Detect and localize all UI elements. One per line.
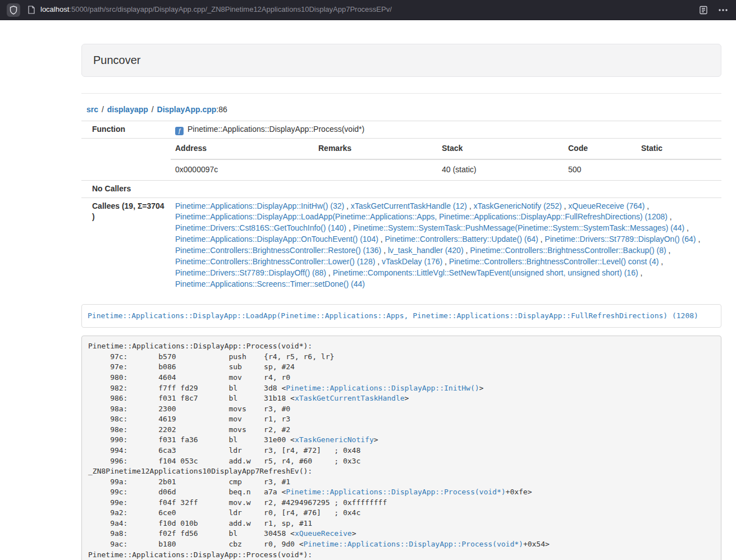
callee-separator: , [344, 201, 351, 210]
app-header-panel: Puncover [81, 44, 721, 77]
callee-link[interactable]: Pinetime::Components::LittleVgl::SetNewT… [333, 268, 638, 277]
callee-separator: , [464, 246, 470, 255]
breadcrumb-item-file[interactable]: DisplayApp.cpp [157, 105, 217, 114]
callee-link[interactable]: xTaskGetCurrentTaskHandle (12) [351, 201, 467, 210]
remarks-value [314, 159, 437, 180]
breadcrumb: src / displayapp / DisplayApp.cpp:86 [81, 104, 721, 116]
callee-link[interactable]: Pinetime::Drivers::St7789::DisplayOff() … [175, 268, 326, 277]
callee-link[interactable]: Pinetime::Controllers::BrightnessControl… [175, 257, 375, 266]
code-value: 500 [564, 159, 637, 180]
highlighted-callee-link[interactable]: Pinetime::Applications::DisplayApp::Load… [88, 311, 698, 320]
function-name: Pinetime::Applications::DisplayApp::Proc… [188, 125, 364, 134]
overflow-menu-icon[interactable] [718, 6, 728, 15]
browser-toolbar: localhost:5000/path/src/displayapp/Displ… [0, 0, 736, 20]
callee-separator: , [378, 235, 385, 244]
callees-label: Callees (19, Σ=3704 ) [81, 198, 171, 293]
callee-link[interactable]: Pinetime::System::SystemTask::PushMessag… [353, 223, 685, 232]
static-value [637, 159, 721, 180]
callee-separator: , [375, 257, 382, 266]
callers-list [171, 180, 721, 198]
stats-values-row: 0x0000097c 40 (static) 500 [171, 159, 721, 180]
callee-link[interactable]: Pinetime::Applications::Screens::Timer::… [175, 279, 365, 288]
code-symbol-link[interactable]: Pinetime::Applications::DisplayApp::Proc… [304, 540, 523, 548]
disassembly: Pinetime::Applications::DisplayApp::Proc… [81, 336, 721, 560]
stack-value: 40 (static) [437, 159, 564, 180]
column-code: Code [564, 139, 637, 159]
address-value: 0x0000097c [171, 159, 314, 180]
callee-link[interactable]: xQueueReceive (764) [568, 201, 644, 210]
reader-view-icon[interactable] [699, 6, 708, 15]
app-title: Puncover [93, 54, 141, 66]
callees-list: Pinetime::Applications::DisplayApp::Init… [171, 198, 721, 293]
column-address: Address [171, 139, 314, 159]
code-symbol-link[interactable]: xQueueReceive [295, 529, 352, 538]
url-path: :5000/path/src/displayapp/DisplayApp.cpp… [69, 5, 392, 13]
page-icon [28, 6, 35, 14]
line-number: :86 [216, 105, 227, 114]
stats-row-label [81, 138, 171, 180]
callee-separator: , [538, 235, 545, 244]
stats-row: Address Remarks Stack Code Static 0x0000… [81, 138, 721, 180]
column-stack: Stack [437, 139, 564, 159]
toolbar-actions [699, 6, 728, 15]
callee-link[interactable]: vTaskDelay (176) [382, 257, 442, 266]
column-static: Static [637, 139, 721, 159]
callee-link[interactable]: Pinetime::Applications::DisplayApp::Load… [175, 212, 668, 221]
callee-link[interactable]: Pinetime::Applications::DisplayApp::Init… [175, 201, 344, 210]
callee-separator: , [638, 268, 643, 277]
function-row: Function Pinetime::Applications::Display… [81, 121, 721, 138]
breadcrumb-item-src[interactable]: src [86, 105, 98, 114]
callee-link[interactable]: Pinetime::Controllers::BrightnessControl… [470, 246, 666, 255]
callee-separator: , [346, 223, 353, 232]
callee-link[interactable]: lv_task_handler (420) [388, 246, 464, 255]
column-remarks: Remarks [314, 139, 437, 159]
function-icon [175, 127, 184, 135]
url-host: localhost [40, 5, 69, 13]
callee-separator: , [666, 246, 671, 255]
callee-separator: , [442, 257, 449, 266]
callee-separator: , [696, 235, 701, 244]
callee-link[interactable]: Pinetime::Drivers::St7789::DisplayOn() (… [545, 235, 696, 244]
no-callers-label: No Callers [81, 180, 171, 198]
content: Puncover src / displayapp / DisplayApp.c… [81, 44, 721, 560]
code-symbol-link[interactable]: Pinetime::Applications::DisplayApp::Init… [286, 384, 479, 392]
callee-separator: , [684, 223, 689, 232]
callee-separator: , [562, 201, 569, 210]
code-symbol-link[interactable]: Pinetime::Applications::DisplayApp::Proc… [286, 488, 505, 496]
shield-glyph [10, 6, 17, 15]
url-bar[interactable]: localhost:5000/path/src/displayapp/Displ… [28, 4, 691, 15]
shield-icon[interactable] [7, 3, 20, 17]
callee-link[interactable]: xTaskGenericNotify (252) [473, 201, 561, 210]
code-symbol-link[interactable]: xTaskGetCurrentTaskHandle [295, 394, 405, 402]
page: localhost:5000/path/src/displayapp/Displ… [0, 0, 736, 560]
callee-separator: , [668, 212, 672, 221]
divider [81, 93, 721, 94]
callee-separator: , [659, 257, 663, 266]
callee-separator: , [381, 246, 388, 255]
callers-row: No Callers [81, 180, 721, 198]
callee-link[interactable]: Pinetime::Drivers::Cst816S::GetTouchInfo… [175, 223, 346, 232]
callee-separator: , [326, 268, 333, 277]
code-symbol-link[interactable]: xTaskGenericNotify [295, 435, 374, 444]
breadcrumb-separator: / [102, 105, 104, 114]
callee-separator: , [467, 201, 474, 210]
breadcrumb-item-displayapp[interactable]: displayapp [107, 105, 148, 114]
callee-separator: , [644, 201, 649, 210]
stats-table: Address Remarks Stack Code Static 0x0000… [171, 139, 721, 180]
callee-link[interactable]: Pinetime::Applications::DisplayApp::OnTo… [175, 235, 378, 244]
highlighted-callee-box: Pinetime::Applications::DisplayApp::Load… [81, 304, 721, 328]
callee-link[interactable]: Pinetime::Controllers::BrightnessControl… [175, 246, 381, 255]
breadcrumb-separator: / [152, 105, 154, 114]
callee-link[interactable]: Pinetime::Controllers::BrightnessControl… [449, 257, 659, 266]
function-label: Function [81, 121, 171, 138]
url-text: localhost:5000/path/src/displayapp/Displ… [40, 4, 392, 15]
stats-header-row: Address Remarks Stack Code Static [171, 139, 721, 159]
callees-row: Callees (19, Σ=3704 ) Pinetime::Applicat… [81, 198, 721, 293]
symbol-table: Function Pinetime::Applications::Display… [81, 121, 721, 293]
callee-link[interactable]: Pinetime::Controllers::Battery::Update()… [385, 235, 538, 244]
